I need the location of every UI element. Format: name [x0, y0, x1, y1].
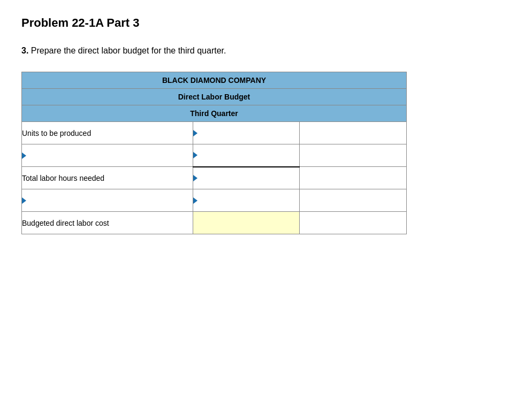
units-extra-cell — [300, 122, 407, 144]
units-label: Units to be produced — [22, 122, 193, 144]
blank-input-2[interactable] — [193, 189, 300, 211]
budget-title: Direct Labor Budget — [22, 89, 407, 105]
budget-cost-input[interactable] — [193, 212, 300, 234]
labor-hours-input[interactable] — [193, 167, 300, 189]
quarter-label: Third Quarter — [22, 105, 407, 122]
arrow-icon — [193, 175, 197, 181]
units-extra-input[interactable] — [300, 122, 406, 144]
budget-table: BLACK DIAMOND COMPANY Direct Labor Budge… — [21, 72, 407, 234]
arrow-icon — [193, 152, 197, 158]
budget-cost-input-cell — [193, 212, 300, 234]
budget-cost-label: Budgeted direct labor cost — [22, 212, 193, 234]
labor-hours-extra-cell — [300, 167, 407, 189]
labor-hours-extra-input[interactable] — [300, 167, 406, 189]
arrow-icon — [22, 152, 26, 159]
table-row — [22, 189, 407, 212]
table-row: Total labor hours needed — [22, 167, 407, 189]
blank-label-1 — [22, 144, 193, 167]
arrow-icon — [193, 130, 197, 136]
page-title: Problem 22-1A Part 3 — [21, 16, 511, 30]
blank-input-cell-1 — [193, 144, 300, 167]
labor-hours-input-cell — [193, 167, 300, 189]
table-row — [22, 144, 407, 167]
header-row-2: Direct Labor Budget — [22, 89, 407, 105]
budget-cost-extra-input[interactable] — [300, 212, 406, 234]
table-row: Budgeted direct labor cost — [22, 212, 407, 234]
blank-input-1[interactable] — [193, 144, 300, 166]
budget-cost-extra-cell — [300, 212, 407, 234]
labor-hours-label: Total labor hours needed — [22, 167, 193, 189]
units-input-cell — [193, 122, 300, 144]
blank-label-2 — [22, 189, 193, 212]
arrow-icon — [193, 197, 197, 204]
arrow-icon — [22, 197, 26, 204]
instruction: 3. Prepare the direct labor budget for t… — [21, 46, 511, 56]
units-input[interactable] — [193, 122, 300, 144]
blank-extra-input-1[interactable] — [300, 144, 406, 166]
header-row-1: BLACK DIAMOND COMPANY — [22, 72, 407, 89]
instruction-number: 3. — [21, 46, 28, 55]
blank-extra-input-2[interactable] — [300, 189, 406, 211]
instruction-text: Prepare the direct labor budget for the … — [31, 46, 226, 55]
blank-extra-1 — [300, 144, 407, 167]
company-name: BLACK DIAMOND COMPANY — [22, 72, 407, 89]
table-row: Units to be produced — [22, 122, 407, 144]
header-row-3: Third Quarter — [22, 105, 407, 122]
blank-extra-2 — [300, 189, 407, 212]
blank-input-cell-2 — [193, 189, 300, 212]
